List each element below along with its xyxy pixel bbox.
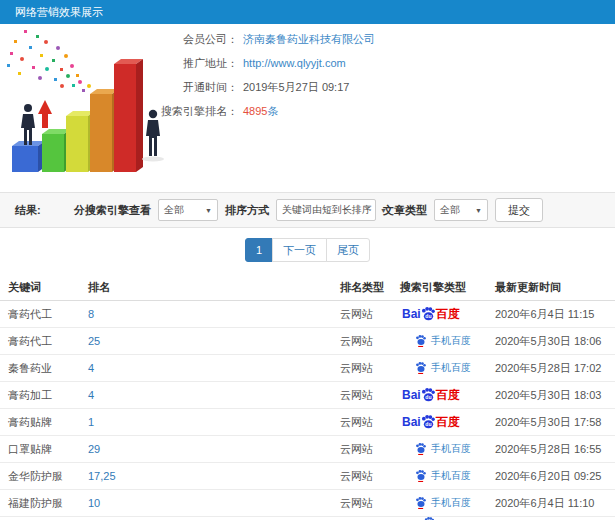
baidu-mobile-paw-icon: [415, 443, 427, 455]
updated-cell: 2020年5月30日 18:06: [492, 334, 615, 349]
updated-cell: 2020年5月30日 18:03: [492, 388, 615, 403]
col-header-rank-type: 排名类型: [340, 280, 400, 295]
table-row: 膏药贴牌 1 云网站 Bai du 百度 2020年5月30日 17:58: [0, 409, 615, 436]
baidu-logo-cn-text: 百度: [436, 414, 460, 431]
member-info-panel: 会员公司： 济南秦鲁药业科技有限公司 推广地址： http://www.qlyy…: [128, 32, 608, 128]
info-row-open-time: 开通时间： 2019年5月27日 09:17: [128, 80, 608, 95]
pagination: 1 下一页 尾页: [0, 238, 615, 262]
updated-cell: 2020年5月28日 16:55: [492, 442, 615, 457]
ranking-count-label: 搜索引擎排名：: [128, 104, 238, 119]
article-type-select[interactable]: 全部 ▼: [434, 199, 488, 221]
rank-link[interactable]: 8: [88, 308, 94, 320]
article-type-value: 全部: [440, 203, 460, 217]
sort-filter-select[interactable]: 关键词由短到长排序 ▼: [276, 199, 376, 221]
promo-url-label: 推广地址：: [128, 56, 238, 71]
engine-cell: Bai du 百度: [400, 414, 492, 431]
baidu-mobile-label: 手机百度: [431, 361, 471, 375]
baidu-paw-icon: du: [421, 307, 436, 321]
company-link[interactable]: 济南秦鲁药业科技有限公司: [243, 32, 375, 47]
baidu-mobile-label: 手机百度: [431, 442, 471, 456]
confetti-dots: [7, 30, 91, 92]
baidu-mobile-logo: 手机百度: [415, 469, 471, 483]
rank-type-cell: 云网站: [340, 469, 400, 484]
table-row: 秦鲁药业 4 云网站 手机百度 2020年5月28日 17:02: [0, 355, 615, 382]
col-header-updated: 最新更新时间: [492, 280, 615, 295]
info-row-ranking-count: 搜索引擎排名： 4895条: [128, 104, 608, 119]
rank-link[interactable]: 25: [88, 335, 100, 347]
baidu-logo: Bai du 百度: [402, 306, 460, 323]
baidu-logo-bai-text: Bai: [402, 307, 421, 321]
table-row: 金华防护服 17,25 云网站 手机百度 2020年6月20日 09:25: [0, 463, 615, 490]
rank-link[interactable]: 17,25: [88, 470, 116, 482]
rank-link[interactable]: 1: [88, 416, 94, 428]
engine-cell: 手机百度: [400, 469, 492, 483]
ranking-count-value: 4895条: [243, 104, 278, 119]
baidu-logo-bai-text: Bai: [402, 415, 421, 429]
keyword-cell: 膏药代工: [0, 334, 85, 349]
rank-type-cell: 云网站: [340, 442, 400, 457]
updated-cell: 2020年5月30日 17:58: [492, 415, 615, 430]
baidu-mobile-label: 手机百度: [431, 469, 471, 483]
keyword-cell: 膏药贴牌: [0, 415, 85, 430]
baidu-mobile-paw-icon: [415, 497, 427, 509]
baidu-logo-cn-text: 百度: [436, 387, 460, 404]
baidu-logo-cn-text: 百度: [436, 306, 460, 323]
baidu-logo-du-text: du: [425, 421, 431, 427]
open-time-label: 开通时间：: [128, 80, 238, 95]
rank-link[interactable]: 4: [88, 362, 94, 374]
updated-cell: 2020年6月20日 09:25: [492, 469, 615, 484]
keyword-cell: 膏药代工: [0, 307, 85, 322]
col-header-keyword: 关键词: [0, 280, 85, 295]
info-row-url: 推广地址： http://www.qlyyjt.com: [128, 56, 608, 71]
up-arrow-icon: [38, 100, 52, 128]
last-page-button[interactable]: 尾页: [326, 238, 370, 262]
updated-cell: 2020年6月4日 11:15: [492, 307, 615, 322]
chevron-down-icon: ▼: [205, 207, 212, 214]
company-label: 会员公司：: [128, 32, 238, 47]
rank-link[interactable]: 29: [88, 443, 100, 455]
chevron-down-icon: ▼: [475, 207, 482, 214]
baidu-mobile-logo: 手机百度: [415, 496, 471, 510]
next-page-button[interactable]: 下一页: [272, 238, 327, 262]
table-row: 膏药代工 25 云网站 手机百度 2020年5月30日 18:06: [0, 328, 615, 355]
baidu-paw-icon: du: [421, 415, 436, 429]
engine-filter-value: 全部: [164, 203, 184, 217]
ranking-table: 关键词 排名 排名类型 搜索引擎类型 最新更新时间 膏药代工 8 云网站 Bai…: [0, 274, 615, 517]
partial-next-row: [0, 516, 615, 520]
submit-button[interactable]: 提交: [495, 198, 543, 222]
table-row: 福建防护服 10 云网站 手机百度 2020年6月4日 11:10: [0, 490, 615, 517]
keyword-cell: 金华防护服: [0, 469, 85, 484]
ranking-count-unit: 条: [267, 105, 278, 117]
keyword-cell: 福建防护服: [0, 496, 85, 511]
baidu-mobile-logo: 手机百度: [415, 334, 471, 348]
table-row: 膏药代工 8 云网站 Bai du 百度 2020年6月4日 11:15: [0, 301, 615, 328]
rank-type-cell: 云网站: [340, 307, 400, 322]
results-section-label: 结果:: [15, 203, 41, 218]
engine-cell: 手机百度: [400, 361, 492, 375]
rank-type-cell: 云网站: [340, 388, 400, 403]
engine-filter-label: 分搜索引擎查看: [74, 203, 151, 218]
promo-url-link[interactable]: http://www.qlyyjt.com: [243, 56, 346, 71]
engine-filter-select[interactable]: 全部 ▼: [158, 199, 218, 221]
baidu-mobile-label: 手机百度: [431, 334, 471, 348]
sort-filter-value: 关键词由短到长排序: [282, 203, 372, 217]
baidu-mobile-logo: 手机百度: [415, 442, 471, 456]
rank-link[interactable]: 4: [88, 389, 94, 401]
rank-type-cell: 云网站: [340, 334, 400, 349]
sort-filter-label: 排序方式: [225, 203, 269, 218]
baidu-paw-icon: du: [421, 388, 436, 402]
baidu-logo: Bai du 百度: [402, 387, 460, 404]
table-header-row: 关键词 排名 排名类型 搜索引擎类型 最新更新时间: [0, 274, 615, 301]
article-type-label: 文章类型: [383, 203, 427, 218]
col-header-engine-type: 搜索引擎类型: [400, 280, 492, 295]
bar-blue: [12, 141, 45, 172]
rank-type-cell: 云网站: [340, 496, 400, 511]
rank-link[interactable]: 10: [88, 497, 100, 509]
baidu-mobile-paw-icon: [415, 335, 427, 347]
engine-cell: 手机百度: [400, 442, 492, 456]
page-1-button[interactable]: 1: [245, 238, 273, 262]
keyword-cell: 膏药加工: [0, 388, 85, 403]
figure-shadow: [142, 157, 164, 162]
rank-type-cell: 云网站: [340, 361, 400, 376]
baidu-logo-du-text: du: [425, 394, 431, 400]
